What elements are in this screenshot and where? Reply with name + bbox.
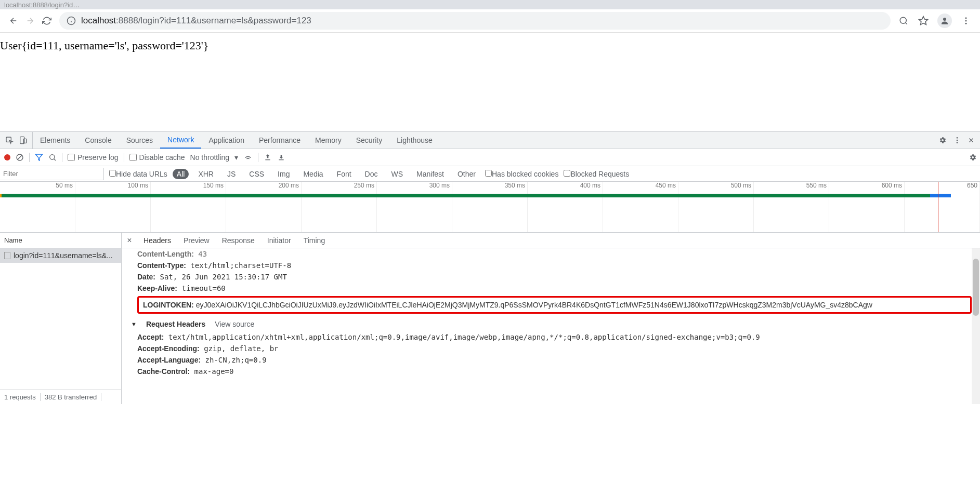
svg-line-4: [905, 22, 907, 24]
request-list-header[interactable]: Name: [0, 233, 121, 248]
throttling-select[interactable]: No throttling: [190, 153, 229, 162]
throttling-caret-icon[interactable]: ▾: [234, 153, 238, 162]
svg-rect-24: [279, 159, 283, 160]
back-button[interactable]: [5, 12, 22, 29]
tab-performance[interactable]: Performance: [252, 132, 308, 149]
filter-manifest[interactable]: Manifest: [412, 169, 448, 179]
tab-lighthouse[interactable]: Lighthouse: [389, 132, 440, 149]
browser-toolbar: localhost:8888/login?id=111&username=ls&…: [0, 9, 980, 33]
tab-console[interactable]: Console: [77, 132, 119, 149]
view-source-link[interactable]: View source: [215, 320, 254, 328]
url-path: :8888/login?id=111&username=ls&password=…: [116, 16, 311, 26]
tab-elements[interactable]: Elements: [33, 132, 77, 149]
more-icon[interactable]: [953, 136, 961, 144]
upload-icon[interactable]: [264, 153, 272, 162]
header-accept: Accept: text/html,application/xhtml+xml,…: [137, 331, 972, 343]
header-accept-encoding: Accept-Encoding: gzip, deflate, br: [137, 343, 972, 354]
network-settings-icon[interactable]: [969, 153, 977, 162]
disable-cache-checkbox[interactable]: Disable cache: [129, 153, 185, 162]
reload-button[interactable]: [38, 12, 55, 29]
record-button[interactable]: [4, 154, 10, 160]
scrollbar-thumb[interactable]: [973, 259, 979, 316]
devtools: Elements Console Sources Network Applica…: [0, 131, 980, 404]
detail-tabs: × Headers Preview Response Initiator Tim…: [122, 233, 980, 248]
tab-sources[interactable]: Sources: [119, 132, 160, 149]
svg-rect-23: [265, 159, 270, 160]
doc-icon: [4, 252, 10, 259]
filter-other[interactable]: Other: [453, 169, 480, 179]
devtools-tabs: Elements Console Sources Network Applica…: [0, 132, 980, 149]
device-icon[interactable]: [19, 136, 27, 144]
tab-network[interactable]: Network: [160, 132, 201, 149]
filter-input[interactable]: [0, 168, 104, 180]
header-cache-control: Cache-Control: max-age=0: [137, 366, 972, 377]
network-timeline[interactable]: 50 ms 100 ms 150 ms 200 ms 250 ms 300 ms…: [0, 182, 980, 233]
logintoken-value: eyJ0eXAiOiJKV1QiLCJhbGciOiJIUzUxMiJ9.eyJ…: [196, 301, 872, 309]
request-headers-section[interactable]: ▼ Request Headers View source: [131, 316, 972, 331]
logintoken-label: LOGINTOKEN:: [143, 301, 194, 309]
url-host: localhost: [81, 16, 116, 26]
tab-security[interactable]: Security: [349, 132, 390, 149]
svg-point-15: [957, 142, 958, 143]
filter-media[interactable]: Media: [299, 169, 327, 179]
svg-point-6: [943, 18, 946, 21]
page-content-text: User{id=111, username='ls', password='12…: [0, 39, 208, 52]
svg-point-3: [900, 17, 906, 23]
svg-marker-5: [919, 17, 928, 25]
footer-transferred: 382 B transferred: [41, 393, 101, 401]
request-name: login?id=111&username=ls&...: [14, 251, 113, 260]
svg-point-7: [965, 17, 967, 19]
svg-point-9: [965, 23, 967, 24]
filter-icon[interactable]: [35, 153, 43, 162]
toolbar-right: [895, 14, 975, 28]
svg-line-22: [54, 159, 56, 160]
header-date: Date: Sat, 26 Jun 2021 15:30:17 GMT: [137, 271, 972, 283]
filter-xhr[interactable]: XHR: [194, 169, 218, 179]
filter-doc[interactable]: Doc: [361, 169, 382, 179]
settings-icon[interactable]: [938, 136, 947, 144]
zoom-icon[interactable]: [898, 15, 909, 26]
site-info-icon[interactable]: [67, 16, 76, 25]
svg-marker-20: [35, 154, 42, 160]
menu-icon[interactable]: [960, 15, 972, 26]
filter-css[interactable]: CSS: [245, 169, 268, 179]
svg-rect-10: [6, 137, 11, 142]
filter-font[interactable]: Font: [333, 169, 356, 179]
search-icon[interactable]: [48, 153, 57, 162]
download-icon[interactable]: [277, 153, 285, 162]
svg-point-21: [50, 155, 55, 159]
logintoken-highlight: LOGINTOKEN: eyJ0eXAiOiJKV1QiLCJhbGciOiJI…: [137, 296, 972, 314]
address-bar[interactable]: localhost:8888/login?id=111&username=ls&…: [59, 12, 891, 30]
forward-button[interactable]: [22, 12, 38, 29]
profile-avatar[interactable]: [937, 14, 952, 28]
tab-memory[interactable]: Memory: [308, 132, 349, 149]
has-blocked-cookies-checkbox[interactable]: Has blocked cookies: [485, 170, 558, 178]
scrollbar[interactable]: [972, 248, 980, 404]
wifi-icon[interactable]: [243, 153, 253, 162]
inspect-icon[interactable]: [5, 136, 14, 144]
footer-requests: 1 requests: [0, 393, 41, 401]
filter-js[interactable]: JS: [223, 169, 240, 179]
detail-tab-initiator[interactable]: Initiator: [261, 233, 297, 248]
filter-img[interactable]: Img: [273, 169, 294, 179]
timeline-load-marker: [938, 182, 938, 232]
filter-ws[interactable]: WS: [387, 169, 408, 179]
clear-icon[interactable]: [16, 153, 24, 162]
close-detail-icon[interactable]: ×: [122, 236, 137, 245]
request-row[interactable]: login?id=111&username=ls&...: [0, 248, 121, 263]
detail-tab-timing[interactable]: Timing: [297, 233, 332, 248]
detail-tab-headers[interactable]: Headers: [137, 233, 177, 248]
detail-tab-preview[interactable]: Preview: [177, 233, 216, 248]
browser-tab-bar: localhost:8888/login?id…: [0, 0, 980, 9]
tab-title[interactable]: localhost:8888/login?id…: [4, 1, 80, 9]
close-devtools-icon[interactable]: [968, 137, 975, 144]
header-content-type: Content-Type: text/html;charset=UTF-8: [137, 260, 972, 271]
tab-application[interactable]: Application: [201, 132, 252, 149]
bookmark-icon[interactable]: [918, 15, 929, 26]
page-body: User{id=111, username='ls', password='12…: [0, 33, 980, 131]
blocked-requests-checkbox[interactable]: Blocked Requests: [564, 170, 629, 178]
hide-data-urls-checkbox[interactable]: Hide data URLs: [109, 170, 167, 178]
preserve-log-checkbox[interactable]: Preserve log: [68, 153, 119, 162]
filter-all[interactable]: All: [173, 169, 189, 179]
detail-tab-response[interactable]: Response: [216, 233, 261, 248]
